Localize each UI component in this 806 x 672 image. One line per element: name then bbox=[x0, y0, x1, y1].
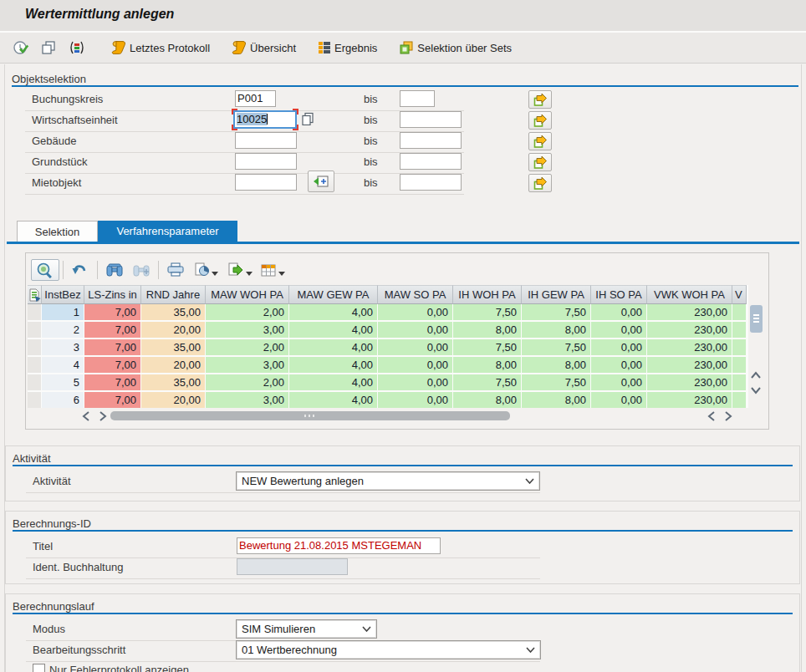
grid-cell[interactable] bbox=[732, 392, 747, 408]
selektion-ueber-sets-button[interactable]: Selektion über Sets bbox=[395, 38, 516, 58]
row-select-cell[interactable] bbox=[28, 339, 42, 357]
grid-cell[interactable]: 8,00 bbox=[522, 392, 591, 408]
grid-cell[interactable]: 8,00 bbox=[453, 357, 522, 374]
layout-button[interactable] bbox=[257, 261, 289, 280]
grid-cell[interactable]: 7,50 bbox=[522, 339, 591, 357]
grid-cell[interactable]: 7,50 bbox=[522, 304, 591, 322]
grid-cell[interactable]: 20,00 bbox=[141, 392, 206, 408]
grid-cell[interactable]: 35,00 bbox=[141, 339, 206, 357]
grundstueck-bis-input[interactable] bbox=[400, 153, 462, 170]
col-header-ih-gew[interactable]: IH GEW PA bbox=[522, 285, 591, 304]
col-header-vwk-woh[interactable]: VWK WOH PA bbox=[647, 285, 732, 304]
col-header-ih-woh[interactable]: IH WOH PA bbox=[453, 285, 522, 304]
multi-select-button-grundstueck[interactable] bbox=[528, 153, 552, 171]
multi-select-button-buchungskreis[interactable] bbox=[528, 90, 552, 109]
grundstueck-input[interactable] bbox=[235, 153, 297, 170]
value-help-button[interactable] bbox=[298, 109, 318, 128]
row-select-cell[interactable] bbox=[28, 374, 42, 392]
grid-cell[interactable]: 0,00 bbox=[591, 339, 647, 357]
grid-cell[interactable]: 4,00 bbox=[289, 357, 378, 374]
grid-cell[interactable]: 4,00 bbox=[289, 304, 378, 322]
scroll-right-button[interactable] bbox=[98, 410, 108, 422]
grid-style-icon[interactable] bbox=[28, 285, 42, 304]
modus-dropdown[interactable]: SIM Simulieren bbox=[237, 620, 376, 638]
grid-cell[interactable]: 5 bbox=[42, 374, 84, 392]
col-header-maw-so[interactable]: MAW SO PA bbox=[378, 285, 453, 304]
grid-cell[interactable]: 0,00 bbox=[591, 374, 647, 392]
col-header-ih-so[interactable]: IH SO PA bbox=[591, 285, 647, 304]
detail-button[interactable] bbox=[31, 259, 59, 281]
wirtschaftseinheit-bis-input[interactable] bbox=[400, 111, 462, 128]
grid-cell[interactable] bbox=[732, 357, 747, 374]
grid-cell[interactable]: 7,50 bbox=[453, 339, 522, 357]
col-header-v[interactable]: V bbox=[732, 285, 747, 304]
grid-cell[interactable]: 0,00 bbox=[378, 339, 453, 357]
gebaeude-bis-input[interactable] bbox=[400, 132, 462, 149]
grid-cell[interactable]: 2,00 bbox=[206, 304, 289, 322]
scroll-down-button[interactable] bbox=[750, 385, 762, 395]
mietobjekt-bis-input[interactable] bbox=[400, 174, 462, 191]
col-header-maw-woh[interactable]: MAW WOH PA bbox=[206, 285, 289, 304]
grid-cell[interactable]: 7,00 bbox=[84, 392, 141, 408]
grid-cell[interactable]: 0,00 bbox=[378, 304, 453, 322]
scroll-up-button[interactable] bbox=[750, 370, 762, 380]
row-select-cell[interactable] bbox=[28, 357, 42, 374]
mietobjekt-input[interactable] bbox=[235, 174, 297, 191]
row-select-cell[interactable] bbox=[28, 304, 42, 322]
scroll-left-page-button[interactable] bbox=[707, 410, 717, 422]
grid-cell[interactable]: 8,00 bbox=[522, 357, 591, 374]
buchungskreis-bis-input[interactable] bbox=[400, 90, 435, 107]
grid-cell[interactable]: 4,00 bbox=[289, 339, 378, 357]
grid-cell[interactable]: 2 bbox=[42, 322, 84, 339]
grid-cell[interactable]: 2,00 bbox=[206, 374, 289, 392]
row-select-cell[interactable] bbox=[28, 322, 42, 339]
scroll-left-button[interactable] bbox=[81, 410, 91, 422]
grid-cell[interactable]: 7,00 bbox=[84, 304, 141, 322]
wirtschaftseinheit-input[interactable]: 10025 bbox=[233, 110, 297, 129]
grid-cell[interactable]: 35,00 bbox=[141, 374, 206, 392]
grid-cell[interactable]: 20,00 bbox=[141, 357, 206, 374]
grid-cell[interactable]: 7,00 bbox=[84, 357, 141, 374]
row-select-cell[interactable] bbox=[28, 392, 42, 408]
titel-input[interactable]: Bewertung 21.08.2015 MSTEGEMAN bbox=[237, 537, 441, 554]
grid-cell[interactable]: 0,00 bbox=[378, 357, 453, 374]
buchungskreis-input[interactable]: P001 bbox=[235, 90, 276, 107]
grid-cell[interactable]: 20,00 bbox=[141, 322, 206, 339]
grid-cell[interactable]: 1 bbox=[42, 304, 84, 322]
grid-cell[interactable]: 2,00 bbox=[206, 339, 289, 357]
grid-cell[interactable]: 7,00 bbox=[84, 322, 141, 339]
grid-cell[interactable]: 230,00 bbox=[647, 392, 732, 408]
col-header-instbez[interactable]: InstBez bbox=[42, 285, 84, 304]
grid-cell[interactable]: 3,00 bbox=[206, 392, 289, 408]
grid-cell[interactable]: 0,00 bbox=[378, 322, 453, 339]
grid-cell[interactable]: 8,00 bbox=[453, 392, 522, 408]
grid-cell[interactable]: 230,00 bbox=[647, 339, 732, 357]
scroll-right-page-button[interactable] bbox=[723, 410, 733, 422]
undo-button[interactable] bbox=[67, 260, 94, 280]
grid-cell[interactable] bbox=[732, 339, 747, 357]
multi-select-button-wirtschaftseinheit[interactable] bbox=[528, 111, 552, 130]
mietobjekt-selection-button[interactable] bbox=[308, 171, 334, 192]
grid-cell[interactable]: 3,00 bbox=[206, 357, 289, 374]
grid-cell[interactable]: 0,00 bbox=[378, 374, 453, 392]
grid-cell[interactable]: 6 bbox=[42, 392, 84, 408]
grid-cell[interactable]: 230,00 bbox=[647, 322, 732, 339]
variant-list-button[interactable] bbox=[64, 38, 90, 58]
grid-cell[interactable] bbox=[732, 304, 747, 322]
grid-cell[interactable]: 3,00 bbox=[206, 322, 289, 339]
grid-cell[interactable]: 7,50 bbox=[522, 374, 591, 392]
col-header-rnd-jahre[interactable]: RND Jahre bbox=[141, 285, 206, 304]
grid-cell[interactable]: 7,50 bbox=[453, 304, 522, 322]
export-button[interactable] bbox=[222, 260, 257, 280]
grid-cell[interactable]: 8,00 bbox=[522, 322, 591, 339]
grid-cell[interactable] bbox=[732, 322, 747, 339]
grid-cell[interactable]: 4 bbox=[42, 357, 84, 374]
print-button[interactable] bbox=[162, 260, 189, 280]
grid-cell[interactable]: 230,00 bbox=[647, 374, 732, 392]
bearbeitungsschritt-dropdown[interactable]: 01 Wertberechnung bbox=[237, 641, 540, 659]
grid-cell[interactable]: 0,00 bbox=[591, 392, 647, 408]
copy-variant-button[interactable] bbox=[37, 38, 60, 58]
grid-cell[interactable]: 35,00 bbox=[141, 304, 206, 322]
nur-fehlerprotokoll-checkbox[interactable] bbox=[33, 664, 45, 672]
grid-cell[interactable]: 3 bbox=[42, 339, 84, 357]
